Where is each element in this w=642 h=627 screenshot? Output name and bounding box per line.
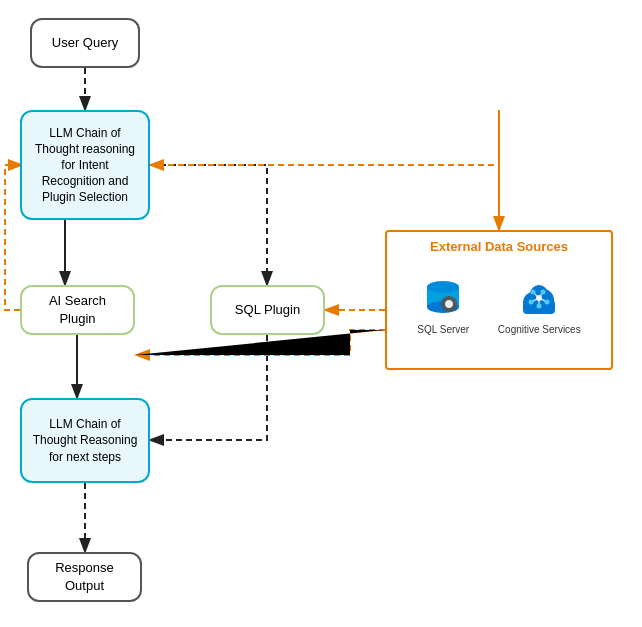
svg-rect-16 bbox=[448, 308, 450, 312]
sql-server-icon bbox=[419, 274, 467, 322]
llm-next-node: LLM Chain of Thought Reasoning for next … bbox=[20, 398, 150, 483]
sql-plugin-node: SQL Plugin bbox=[210, 285, 325, 335]
llm-intent-label: LLM Chain of Thought reasoning for Inten… bbox=[32, 125, 138, 206]
svg-point-11 bbox=[445, 300, 453, 308]
svg-point-33 bbox=[545, 300, 550, 305]
cognitive-icon-item: Cognitive Services bbox=[498, 274, 581, 335]
ai-search-label: AI Search Plugin bbox=[32, 292, 123, 327]
cognitive-services-icon bbox=[515, 274, 563, 322]
sql-server-icon-item: SQL Server bbox=[417, 274, 469, 335]
sql-plugin-label: SQL Plugin bbox=[235, 301, 300, 319]
svg-point-32 bbox=[529, 300, 534, 305]
diagram-container: User Query LLM Chain of Thought reasonin… bbox=[0, 0, 642, 627]
user-query-node: User Query bbox=[30, 18, 140, 68]
external-title: External Data Sources bbox=[387, 231, 611, 258]
external-data-sources-box: External Data Sources bbox=[385, 230, 613, 370]
cognitive-services-label: Cognitive Services bbox=[498, 324, 581, 335]
svg-rect-12 bbox=[448, 296, 450, 300]
llm-next-label: LLM Chain of Thought Reasoning for next … bbox=[32, 416, 138, 465]
svg-point-31 bbox=[537, 304, 542, 309]
svg-point-34 bbox=[536, 295, 542, 301]
svg-point-29 bbox=[531, 290, 536, 295]
response-node: Response Output bbox=[27, 552, 142, 602]
sql-server-label: SQL Server bbox=[417, 324, 469, 335]
svg-rect-18 bbox=[441, 303, 445, 305]
svg-point-9 bbox=[427, 281, 459, 293]
user-query-label: User Query bbox=[52, 34, 118, 52]
ext-icons-container: SQL Server bbox=[387, 274, 611, 335]
svg-point-30 bbox=[541, 290, 546, 295]
svg-rect-14 bbox=[453, 303, 457, 305]
response-label: Response Output bbox=[39, 559, 130, 594]
ai-search-node: AI Search Plugin bbox=[20, 285, 135, 335]
llm-intent-node: LLM Chain of Thought reasoning for Inten… bbox=[20, 110, 150, 220]
